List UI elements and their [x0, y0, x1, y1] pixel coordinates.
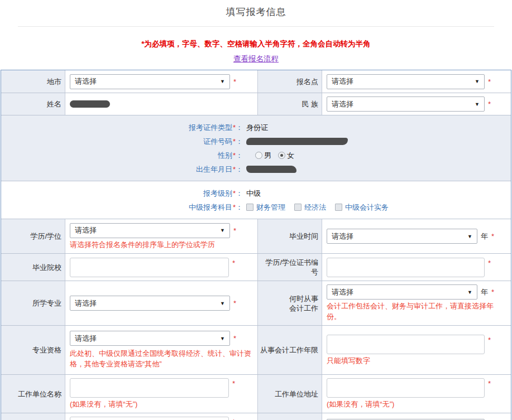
gradtime-select-value: 请选择	[332, 231, 353, 242]
gradschool-field-cell: *	[65, 254, 258, 281]
id-type-label: 报考证件类型*：	[1, 120, 243, 134]
qualification-select-value: 请选择	[75, 334, 97, 344]
checkbox-icon[interactable]	[294, 204, 302, 211]
subjects-checkbox-group: 财务管理 经济法 中级会计实务	[246, 200, 398, 214]
education-label: 学历/学位	[30, 231, 61, 241]
caret-down-icon: ▼	[220, 301, 225, 306]
major-field-cell: 请选择 ▼ *	[65, 281, 258, 325]
exam-subjects-line: 中级报考科目*： 财务管理 经济法 中级会计实务	[1, 200, 511, 214]
gradtime-select[interactable]: 请选择 ▼	[327, 229, 477, 244]
view-registration-flow-link[interactable]: 查看报名流程	[233, 55, 279, 63]
city-field-cell: 请选择 ▼ *	[65, 70, 258, 93]
subject-label: 经济法	[304, 200, 326, 214]
birth-date-value	[246, 166, 296, 173]
required-asterisk: *	[233, 334, 236, 342]
workyears-input[interactable]	[327, 335, 485, 354]
name-field-cell	[65, 93, 258, 115]
required-asterisk: *	[488, 259, 491, 267]
required-asterisk: *	[233, 299, 236, 307]
gradschool-label: 毕业院校	[32, 263, 61, 272]
gender-male-radio[interactable]	[255, 152, 262, 159]
workyears-label: 从事会计工作年限	[260, 345, 318, 355]
required-asterisk: *	[232, 379, 235, 388]
education-select[interactable]: 请选择 ▼	[70, 223, 230, 238]
startyear-label-cell: 何时从事会计工作	[258, 281, 322, 325]
gradtime-label-cell: 毕业时间	[258, 219, 322, 253]
birth-date-label: 出生年月日*：	[1, 162, 243, 176]
employer-addr-field-cell: * (如果没有，请填“无”)	[322, 375, 511, 413]
subject-economic-law[interactable]: 经济法	[294, 200, 326, 214]
row-education-gradtime: 学历/学位 请选择 ▼ * 请选择符合报名条件的排序靠上的学位或学历 毕业时间 …	[1, 219, 511, 254]
qualification-label-cell: 专业资格	[1, 326, 65, 374]
ethnicity-select-value: 请选择	[332, 99, 353, 109]
regpoint-select-value: 请选择	[332, 76, 353, 86]
employer-name-label-cell: 工作单位名称	[1, 375, 65, 413]
major-label-cell: 所学专业	[1, 281, 65, 325]
registration-form-table: 地市 请选择 ▼ * 报名点 请选择 ▼ * 姓名	[1, 70, 511, 420]
year-suffix: 年	[481, 287, 488, 297]
qualification-field-cell: 请选择 ▼ * 此处初、中级仅限通过全国统考取得经济、统计、审计资格，其他专业资…	[65, 326, 258, 374]
caret-down-icon: ▼	[220, 79, 225, 84]
education-select-value: 请选择	[75, 225, 97, 235]
year-suffix: 年	[481, 231, 488, 242]
required-fields-warning: *为必填项，字母、数字、空格请输入半角字符，全角会自动转为半角	[0, 39, 512, 49]
caret-down-icon: ▼	[475, 102, 480, 107]
phone-input[interactable]	[70, 417, 229, 420]
certno-input[interactable]	[327, 258, 485, 277]
exam-level-label: 报考级别*：	[1, 186, 243, 200]
regpoint-label: 报名点	[296, 77, 318, 86]
exam-level-line: 报考级别*： 中级	[1, 186, 511, 200]
gradschool-input[interactable]	[70, 258, 229, 277]
required-asterisk: *	[488, 100, 491, 108]
row-city-regpoint: 地市 请选择 ▼ * 报名点 请选择 ▼ *	[1, 70, 511, 93]
subject-financial-management[interactable]: 财务管理	[246, 200, 285, 214]
qualification-select[interactable]: 请选择 ▼	[70, 331, 230, 346]
major-label: 所学专业	[32, 298, 61, 308]
required-asterisk: *	[488, 379, 491, 388]
ethnicity-select[interactable]: 请选择 ▼	[327, 96, 485, 112]
row-school-certno: 毕业院校 * 学历/学位证书编号 *	[1, 254, 511, 281]
subject-label: 中级会计实务	[345, 200, 389, 214]
gradschool-label-cell: 毕业院校	[1, 254, 65, 281]
city-label: 地市	[47, 77, 61, 86]
gender-radio-group: 男 女	[255, 148, 301, 162]
city-label-cell: 地市	[1, 70, 65, 93]
checkbox-icon[interactable]	[246, 204, 253, 211]
name-label-cell: 姓名	[1, 93, 65, 115]
startyear-label: 何时从事会计工作	[289, 294, 318, 313]
ethnicity-field-cell: 请选择 ▼ *	[322, 93, 511, 115]
birth-date-redacted-value	[246, 166, 296, 173]
caret-down-icon: ▼	[220, 228, 225, 233]
checkbox-icon[interactable]	[335, 204, 342, 211]
name-label: 姓名	[47, 99, 61, 109]
required-asterisk: *	[233, 78, 236, 86]
employertype-field-cell: 请选择 ▼ *	[322, 413, 511, 420]
exam-subjects-label: 中级报考科目*：	[1, 200, 243, 214]
employer-name-helper-text: (如果没有，请填“无”)	[70, 399, 253, 409]
caret-down-icon: ▼	[220, 336, 225, 341]
subject-intermediate-accounting-practice[interactable]: 中级会计实务	[335, 200, 389, 214]
major-select[interactable]: 请选择 ▼	[70, 296, 230, 311]
gender-line: 性别*： 男 女	[1, 148, 511, 162]
employertype-label-cell: 单位性质	[258, 413, 322, 420]
education-field-cell: 请选择 ▼ * 请选择符合报名条件的排序靠上的学位或学历	[65, 219, 258, 253]
startyear-select[interactable]: 请选择 ▼	[327, 284, 477, 300]
workyears-label-cell: 从事会计工作年限	[258, 326, 322, 374]
startyear-field-cell: 请选择 ▼ 年 * 会计工作包括会计、财务与审计工作，请直接选择年份。	[322, 281, 511, 325]
employer-addr-input[interactable]	[327, 378, 485, 398]
phone-label-cell: 手机号码	[1, 413, 65, 420]
required-asterisk: *	[232, 259, 235, 267]
workyears-helper-text: 只能填写数字	[327, 355, 506, 366]
city-select[interactable]: 请选择 ▼	[70, 74, 230, 89]
gender-female-radio[interactable]	[278, 152, 285, 159]
ethnicity-label-cell: 民 族	[258, 93, 322, 115]
link-line: 查看报名流程	[0, 54, 512, 64]
regpoint-label-cell: 报名点	[258, 70, 322, 93]
regpoint-select[interactable]: 请选择 ▼	[327, 74, 485, 89]
workyears-field-cell: * 只能填写数字	[322, 326, 511, 374]
caret-down-icon: ▼	[475, 79, 480, 84]
employer-name-input[interactable]	[70, 378, 229, 398]
exam-level-section: 报考级别*： 中级 中级报考科目*： 财务管理 经济法 中级会计实务	[1, 181, 511, 219]
gender-female-label: 女	[287, 148, 294, 162]
required-asterisk: *	[488, 78, 491, 86]
